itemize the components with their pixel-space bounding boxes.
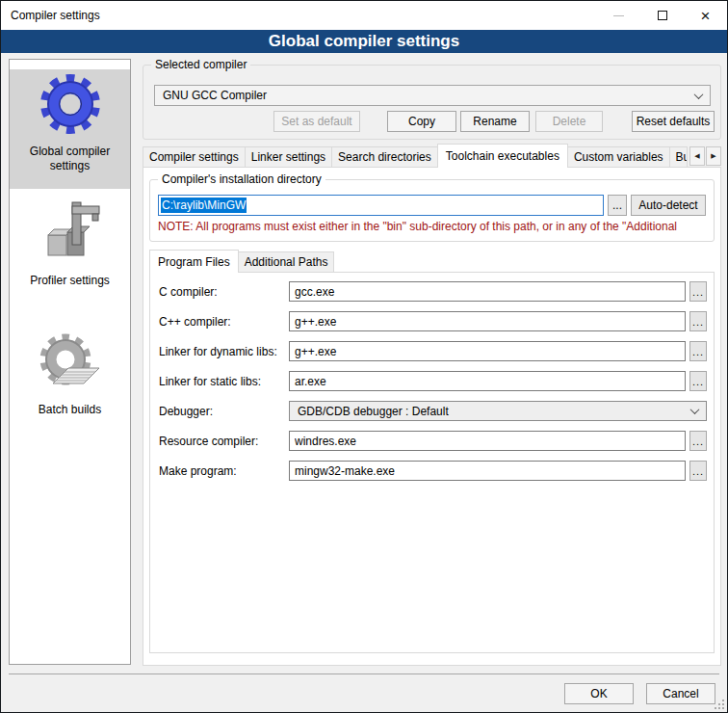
- gear-stack-icon: [36, 328, 105, 397]
- tab-additional-paths[interactable]: Additional Paths: [238, 251, 335, 272]
- static-linker-row: Linker for static libs: ...: [159, 371, 707, 391]
- copy-button[interactable]: Copy: [387, 111, 456, 132]
- debugger-label: Debugger:: [159, 405, 289, 418]
- static-linker-input[interactable]: [289, 371, 686, 391]
- arrow-right-icon: ▶: [711, 152, 715, 160]
- cancel-button[interactable]: Cancel: [646, 683, 715, 704]
- program-files-panel: C compiler: ... C++ compiler: ... Linker…: [149, 272, 715, 653]
- static-linker-label: Linker for static libs:: [159, 375, 289, 388]
- make-program-input[interactable]: [289, 461, 686, 481]
- tab-scroll-left-button[interactable]: ◀: [689, 146, 705, 166]
- settings-tabstrip: Compiler settings Linker settings Search…: [143, 144, 721, 167]
- installation-directory-field[interactable]: C:\raylib\MinGW: [158, 195, 604, 216]
- debugger-combobox[interactable]: GDB/CDB debugger : Default: [289, 401, 707, 421]
- installation-directory-value: C:\raylib\MinGW: [161, 198, 247, 213]
- tab-linker-settings[interactable]: Linker settings: [245, 146, 332, 167]
- make-program-browse-button[interactable]: ...: [689, 461, 707, 481]
- minimize-button: [597, 1, 640, 30]
- sidebar-item-label: Batch builds: [10, 403, 130, 417]
- reset-defaults-button[interactable]: Reset defaults: [632, 111, 715, 132]
- sidebar-item-label: Profiler settings: [10, 274, 130, 288]
- resource-compiler-row: Resource compiler: ...: [159, 431, 707, 451]
- program-files-tabstrip: Program Files Additional Paths: [149, 250, 720, 272]
- caliper-icon: [36, 198, 105, 268]
- tab-build-options[interactable]: Build options: [669, 146, 688, 167]
- main-panel: Selected compiler GNU GCC Compiler Set a…: [143, 59, 721, 666]
- close-button[interactable]: ×: [684, 1, 727, 30]
- dynamic-linker-row: Linker for dynamic libs: ...: [159, 341, 707, 361]
- tab-toolchain-executables[interactable]: Toolchain executables: [437, 144, 568, 168]
- auto-detect-button[interactable]: Auto-detect: [631, 195, 706, 216]
- dynamic-linker-label: Linker for dynamic libs:: [159, 345, 289, 358]
- selected-compiler-group: Selected compiler GNU GCC Compiler Set a…: [143, 65, 721, 140]
- page-title: Global compiler settings: [1, 30, 727, 53]
- sidebar-item-profiler-settings[interactable]: Profiler settings: [10, 198, 130, 318]
- footer-divider: [9, 673, 719, 674]
- chevron-down-icon: [694, 90, 704, 99]
- sidebar-item-batch-builds[interactable]: Batch builds: [10, 328, 130, 447]
- dynamic-linker-input[interactable]: [289, 341, 686, 361]
- tab-compiler-settings[interactable]: Compiler settings: [143, 146, 246, 167]
- c-compiler-row: C compiler: ...: [159, 281, 707, 302]
- caption-buttons: ×: [597, 1, 727, 30]
- arrow-left-icon: ◀: [694, 152, 699, 160]
- resource-compiler-label: Resource compiler:: [159, 435, 289, 448]
- installation-directory-legend: Compiler's installation directory: [158, 172, 325, 187]
- compiler-combobox-value: GNU GCC Compiler: [163, 89, 695, 102]
- sidebar-item-label: Global compiler settings: [10, 145, 130, 173]
- sidebar-item-global-compiler-settings[interactable]: Global compiler settings: [10, 69, 130, 189]
- resize-grip[interactable]: [715, 700, 724, 709]
- debugger-combobox-value: GDB/CDB debugger : Default: [298, 405, 691, 418]
- rename-button[interactable]: Rename: [460, 111, 530, 132]
- c-compiler-label: C compiler:: [159, 285, 289, 299]
- compiler-settings-dialog: Compiler settings × Global compiler sett…: [0, 0, 728, 713]
- ok-button[interactable]: OK: [564, 683, 634, 704]
- c-compiler-input[interactable]: [289, 281, 686, 302]
- maximize-button[interactable]: [640, 1, 684, 30]
- toolchain-executables-page: Compiler's installation directory C:\ray…: [143, 167, 721, 666]
- titlebar[interactable]: Compiler settings ×: [1, 1, 727, 30]
- c-compiler-browse-button[interactable]: ...: [689, 281, 707, 302]
- compiler-buttons-row: Set as default Copy Rename Delete Reset …: [143, 111, 720, 132]
- make-program-row: Make program: ...: [159, 461, 707, 481]
- window-title: Compiler settings: [1, 9, 100, 22]
- dynamic-linker-browse-button[interactable]: ...: [689, 341, 707, 361]
- tab-search-directories[interactable]: Search directories: [331, 146, 438, 167]
- tab-scroll-right-button[interactable]: ▶: [706, 146, 721, 166]
- cpp-compiler-browse-button[interactable]: ...: [689, 311, 707, 331]
- bin-subdirectory-note: NOTE: All programs must exist either in …: [158, 220, 706, 233]
- selected-compiler-legend: Selected compiler: [151, 58, 250, 72]
- installation-directory-row: C:\raylib\MinGW ... Auto-detect: [158, 195, 706, 216]
- cpp-compiler-row: C++ compiler: ...: [159, 311, 707, 331]
- maximize-icon: [658, 11, 667, 20]
- blue-gear-icon: [36, 69, 105, 139]
- installation-directory-group: Compiler's installation directory C:\ray…: [149, 179, 715, 242]
- resource-compiler-browse-button[interactable]: ...: [689, 431, 707, 451]
- tab-program-files[interactable]: Program Files: [149, 250, 239, 273]
- resource-compiler-input[interactable]: [289, 431, 686, 451]
- settings-sidebar: Global compiler settings Profiler settin…: [9, 59, 131, 665]
- close-icon: ×: [701, 8, 711, 24]
- debugger-row: Debugger: GDB/CDB debugger : Default: [159, 401, 707, 421]
- make-program-label: Make program:: [159, 464, 289, 478]
- cpp-compiler-input[interactable]: [289, 311, 686, 331]
- browse-directory-button[interactable]: ...: [608, 195, 627, 216]
- tab-custom-variables[interactable]: Custom variables: [567, 146, 670, 167]
- chevron-down-icon: [690, 405, 700, 414]
- cpp-compiler-label: C++ compiler:: [159, 315, 289, 329]
- delete-button: Delete: [535, 111, 603, 132]
- static-linker-browse-button[interactable]: ...: [689, 371, 707, 391]
- compiler-combobox[interactable]: GNU GCC Compiler: [154, 85, 711, 106]
- set-as-default-button: Set as default: [273, 111, 360, 132]
- minimize-icon: [613, 15, 624, 16]
- tab-scroll-buttons: ◀ ▶: [689, 146, 721, 166]
